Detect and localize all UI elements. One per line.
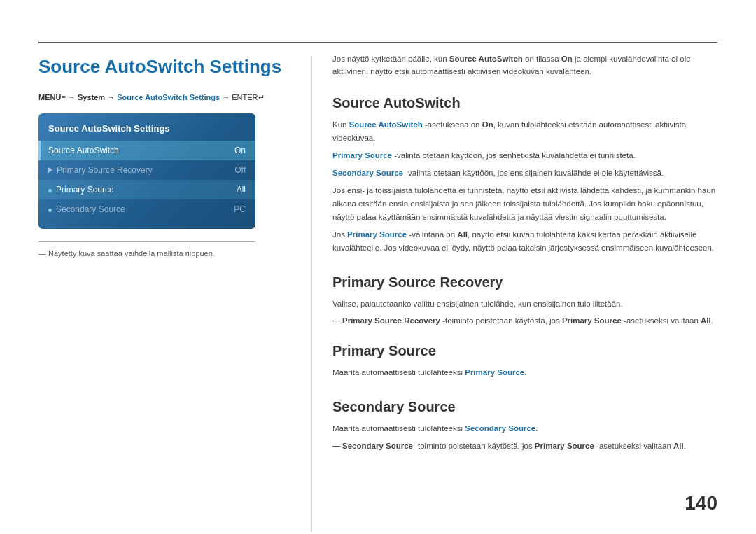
row-value-primary-source: All [237,185,246,195]
left-column: Source AutoSwitch Settings MENU≡ → Syste… [38,56,290,258]
note-recovery: ― Primary Source Recovery -toiminto pois… [332,314,718,327]
row-label-source-autoswitch: Source AutoSwitch [48,146,119,155]
section-body-primary: Määritä automaattisesti tulolähteeksi Pr… [332,366,718,379]
ui-row-source-autoswitch[interactable]: Source AutoSwitch On [38,141,255,160]
intro-text: Jos näyttö kytketään päälle, kun Source … [332,52,718,78]
ui-row-secondary-source[interactable]: Secondary Source PC [38,199,255,219]
ui-row-primary-recovery[interactable]: Primary Source Recovery Off [38,160,255,180]
section-source-autoswitch: Source AutoSwitch Kun Source AutoSwitch … [332,95,718,255]
ui-settings-box: Source AutoSwitch Settings Source AutoSw… [38,113,255,229]
row-label-secondary-source: Secondary Source [48,204,125,214]
row-value-secondary-source: PC [234,204,246,214]
section-body-3: Secondary Source -valinta otetaan käyttö… [332,167,718,180]
section-body-1: Kun Source AutoSwitch -asetuksena on On,… [332,118,718,145]
section-body-secondary: Määritä automaattisesti tulolähteeksi Se… [332,422,718,435]
section-title-secondary: Secondary Source [332,399,718,415]
note-secondary: ― Secondary Source -toiminto poistetaan … [332,440,718,452]
section-body-4: Jos ensi- ja toissijaista tulolähdettä e… [332,184,718,224]
note-text: — Näytetty kuva saattaa vaihdella mallis… [38,249,215,258]
row-label-primary-recovery: Primary Source Recovery [48,165,153,175]
section-body-recovery-1: Valitse, palautetaanko valittu ensisijai… [332,297,718,311]
section-title-autoswitch: Source AutoSwitch [332,95,718,111]
note-recovery-text: Primary Source Recovery -toiminto poiste… [342,314,713,327]
section-title-primary: Primary Source [332,343,718,359]
ui-row-primary-source[interactable]: Primary Source All [38,180,255,199]
section-primary-recovery: Primary Source Recovery Valitse, palaute… [332,274,718,328]
row-value-primary-recovery: Off [234,165,246,175]
section-body-2: Primary Source -valinta otetaan käyttöön… [332,149,718,162]
menu-path-highlight: Source AutoSwitch Settings [117,93,220,101]
menu-path: MENU≡ → System → Source AutoSwitch Setti… [38,93,290,102]
row-label-primary-source: Primary Source [48,185,114,195]
note-dash-recovery: ― [332,314,342,327]
section-primary-source: Primary Source Määritä automaattisesti t… [332,343,718,379]
column-divider [312,56,312,532]
note-dash-secondary: ― [332,440,342,452]
arrow-icon [48,167,52,173]
right-column: Jos näyttö kytketään päälle, kun Source … [332,52,718,452]
row-value-source-autoswitch: On [234,146,246,155]
dot-icon-primary [48,189,52,192]
top-divider [38,42,718,43]
ui-box-title: Source AutoSwitch Settings [38,123,255,141]
left-note: — Näytetty kuva saattaa vaihdella mallis… [38,241,255,258]
dot-icon-secondary [48,209,52,212]
page-number: 140 [685,492,718,514]
page-title: Source AutoSwitch Settings [38,56,290,78]
section-secondary-source: Secondary Source Määritä automaattisesti… [332,399,718,452]
note-secondary-text: Secondary Source -toiminto poistetaan kä… [342,440,686,452]
section-title-recovery: Primary Source Recovery [332,274,718,290]
section-body-5: Jos Primary Source -valintana on All, nä… [332,228,718,255]
